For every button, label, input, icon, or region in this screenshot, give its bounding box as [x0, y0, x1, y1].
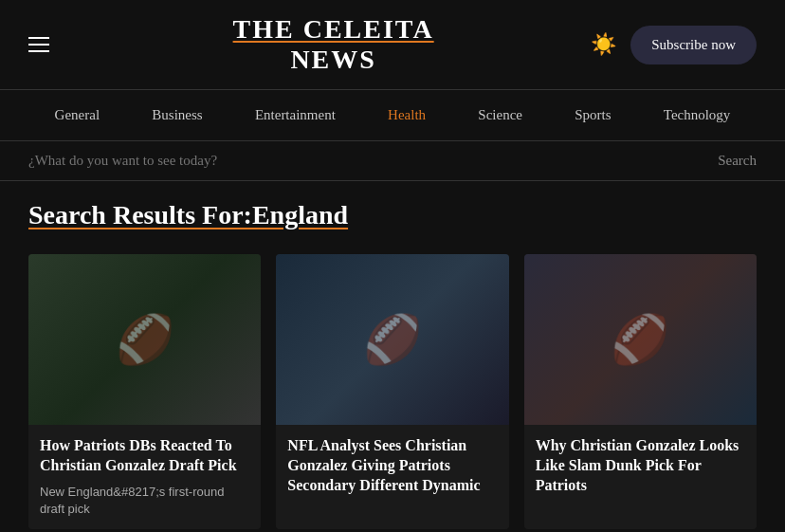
article-card-3[interactable]: 🏈 Why Christian Gonzalez Looks Like Slam…: [524, 254, 757, 529]
nav-item-science[interactable]: Science: [468, 90, 532, 140]
card-image-3: 🏈: [524, 254, 757, 425]
nav-list: General Business Entertainment Health Sc…: [28, 90, 757, 140]
header-right: ☀️ Subscribe now: [591, 26, 757, 64]
card-content-1: How Patriots DBs Reacted To Christian Go…: [28, 425, 261, 529]
search-input[interactable]: [28, 153, 718, 169]
card-title-1: How Patriots DBs Reacted To Christian Go…: [40, 436, 249, 476]
subscribe-button[interactable]: Subscribe now: [630, 26, 757, 64]
nav-item-entertainment[interactable]: Entertainment: [246, 90, 345, 140]
search-results-title: Search Results For:England: [28, 200, 757, 230]
site-logo: THE CELEITA NEWS: [76, 14, 591, 75]
nav-item-business[interactable]: Business: [142, 90, 211, 140]
search-bar: Search: [0, 141, 785, 181]
nav-item-general[interactable]: General: [46, 90, 109, 140]
search-button[interactable]: Search: [718, 153, 757, 169]
main-content: Search Results For:England 🏈 How Patriot…: [0, 181, 785, 532]
player-image-placeholder-3: 🏈: [524, 254, 757, 425]
nav-item-technology[interactable]: Technology: [654, 90, 740, 140]
player-image-placeholder-2: 🏈: [276, 254, 508, 425]
card-title-3: Why Christian Gonzalez Looks Like Slam D…: [536, 436, 745, 495]
player-image-placeholder-1: 🏈: [28, 254, 261, 425]
card-image-2: 🏈: [276, 254, 508, 425]
hamburger-menu[interactable]: [28, 37, 76, 52]
header: THE CELEITA NEWS ☀️ Subscribe now: [0, 0, 785, 90]
main-nav: General Business Entertainment Health Sc…: [0, 90, 785, 141]
site-title: THE CELEITA NEWS: [76, 14, 591, 75]
article-card-1[interactable]: 🏈 How Patriots DBs Reacted To Christian …: [28, 254, 261, 529]
sun-icon: ☀️: [591, 32, 616, 57]
nav-item-health[interactable]: Health: [378, 90, 435, 140]
card-content-2: NFL Analyst Sees Christian Gonzalez Givi…: [276, 425, 508, 514]
card-image-1: 🏈: [28, 254, 261, 425]
header-left: [28, 37, 76, 52]
article-card-2[interactable]: 🏈 NFL Analyst Sees Christian Gonzalez Gi…: [276, 254, 508, 529]
cards-grid: 🏈 How Patriots DBs Reacted To Christian …: [28, 254, 757, 529]
card-content-3: Why Christian Gonzalez Looks Like Slam D…: [524, 425, 757, 514]
card-title-2: NFL Analyst Sees Christian Gonzalez Givi…: [287, 436, 497, 495]
nav-item-sports[interactable]: Sports: [565, 90, 620, 140]
card-excerpt-1: New England&#8217;s first-round draft pi…: [40, 484, 249, 518]
